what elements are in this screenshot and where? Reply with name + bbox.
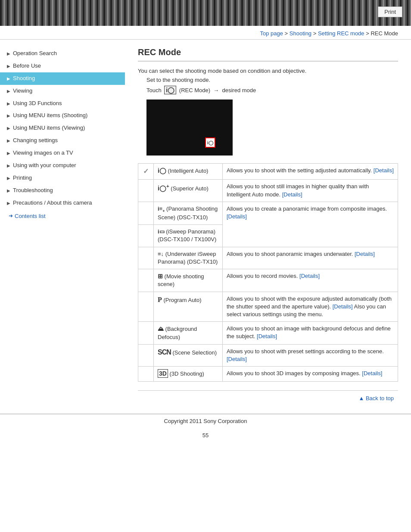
sidebar-item-troubleshooting[interactable]: ▶ Troubleshooting xyxy=(0,184,125,197)
page-title-section: REC Mode xyxy=(138,47,398,62)
arrow-icon: ▶ xyxy=(7,125,10,131)
sidebar: ▶ Operation Search ▶ Before Use ▶ Shooti… xyxy=(0,43,125,414)
arrow-icon: ▶ xyxy=(7,101,10,106)
sidebar-item-before-use[interactable]: ▶ Before Use xyxy=(0,60,125,72)
details-link[interactable]: [Details] xyxy=(227,213,247,220)
copyright-text: Copyright 2011 Sony Corporation xyxy=(0,414,411,428)
print-button[interactable]: Print xyxy=(378,6,402,17)
table-row: 3D (3D Shooting) Allows you to shoot 3D … xyxy=(138,367,398,382)
arrow-icon: ▶ xyxy=(7,175,10,181)
sidebar-item-operation-search[interactable]: ▶ Operation Search xyxy=(0,47,125,60)
details-link[interactable]: [Details] xyxy=(299,273,320,279)
arrow-icon: ▶ xyxy=(7,51,10,56)
breadcrumb-top-page[interactable]: Top page xyxy=(260,30,283,37)
desc-cell: Allows you to shoot with the setting adj… xyxy=(223,164,398,180)
page-footer: Copyright 2011 Sony Corporation 55 xyxy=(0,414,411,443)
breadcrumb-current: REC Mode xyxy=(371,30,398,37)
intro-text: You can select the shooting mode based o… xyxy=(138,68,398,74)
set-mode-text: Set to the shooting mode. xyxy=(146,77,398,83)
table-row: i◯+ (Superior Auto) Allows you to shoot … xyxy=(138,180,398,202)
breadcrumb-shooting[interactable]: Shooting xyxy=(290,30,311,37)
table-row: ⊞ (Movie shooting scene) Allows you to r… xyxy=(138,269,398,292)
sidebar-item-changing-settings[interactable]: ▶ Changing settings xyxy=(0,134,125,147)
modes-table: ✓ i◯ (Intelligent Auto) Allows you to sh… xyxy=(138,163,398,382)
table-row: SCN (Scene Selection) Allows you to shoo… xyxy=(138,345,398,367)
content-area: REC Mode You can select the shooting mod… xyxy=(125,43,411,414)
camera-image: i◯ xyxy=(146,100,233,156)
arrow-right-icon: ➜ xyxy=(9,213,13,219)
sidebar-item-menu-viewing[interactable]: ▶ Using MENU items (Viewing) xyxy=(0,122,125,134)
details-link[interactable]: [Details] xyxy=(355,251,375,257)
arrow-icon: ▶ xyxy=(7,63,10,69)
camera-rec-icon: i◯ xyxy=(205,137,215,148)
sidebar-item-using-computer[interactable]: ▶ Using with your computer xyxy=(0,159,125,172)
page-title: REC Mode xyxy=(138,47,398,62)
table-row: i≡+ (Panorama Shooting Scene) (DSC-TX10)… xyxy=(138,202,398,224)
details-link[interactable]: [Details] xyxy=(333,303,353,310)
details-link[interactable]: [Details] xyxy=(362,370,382,376)
table-row: ⛰ (Background Defocus) Allows you to sho… xyxy=(138,322,398,345)
details-link[interactable]: [Details] xyxy=(374,167,394,174)
arrow-icon: ▶ xyxy=(7,76,10,81)
contents-list-link[interactable]: ➜ Contents list xyxy=(0,209,125,222)
details-link[interactable]: [Details] xyxy=(227,356,247,362)
sidebar-item-viewing[interactable]: ▶ Viewing xyxy=(0,85,125,97)
breadcrumb: Top page > Shooting > Setting REC mode >… xyxy=(0,26,411,40)
table-row: ✓ i◯ (Intelligent Auto) Allows you to sh… xyxy=(138,164,398,180)
back-to-top: ▲ Back to top xyxy=(138,395,398,401)
sidebar-item-shooting[interactable]: ▶ Shooting xyxy=(0,72,125,85)
arrow-icon: ▶ xyxy=(7,88,10,94)
touch-instruction: Touch i◯ (REC Mode) → desired mode xyxy=(146,87,398,93)
main-layout: ▶ Operation Search ▶ Before Use ▶ Shooti… xyxy=(0,43,411,414)
arrow-icon: ▶ xyxy=(7,200,10,206)
sidebar-item-menu-shooting[interactable]: ▶ Using MENU items (Shooting) xyxy=(0,109,125,122)
arrow-icon: ▶ xyxy=(7,188,10,193)
sidebar-item-precautions[interactable]: ▶ Precautions / About this camera xyxy=(0,197,125,209)
details-link[interactable]: [Details] xyxy=(257,333,277,339)
table-row: ≡↓ (Underwater iSweep Panorama) (DSC-TX1… xyxy=(138,247,398,269)
arrow-icon: ▶ xyxy=(7,150,10,156)
sidebar-item-viewing-tv[interactable]: ▶ Viewing images on a TV xyxy=(0,147,125,159)
details-link[interactable]: [Details] xyxy=(282,191,302,198)
arrow-icon: ▶ xyxy=(7,113,10,118)
arrow-icon: ▶ xyxy=(7,138,10,143)
header-stripe: Print xyxy=(0,0,411,26)
back-to-top-link[interactable]: ▲ Back to top xyxy=(358,395,394,401)
breadcrumb-setting-rec-mode[interactable]: Setting REC mode xyxy=(318,30,364,37)
arrow-icon: ▶ xyxy=(7,163,10,168)
mode-name-cell: i◯ (Intelligent Auto) xyxy=(154,164,223,180)
checkmark-icon: ✓ xyxy=(138,164,154,180)
page-number: 55 xyxy=(0,428,411,443)
sidebar-item-using-3d[interactable]: ▶ Using 3D Functions xyxy=(0,97,125,110)
table-row: P (Program Auto) Allows you to shoot wit… xyxy=(138,292,398,322)
footer: ▲ Back to top xyxy=(138,390,398,401)
sidebar-item-printing[interactable]: ▶ Printing xyxy=(0,172,125,184)
